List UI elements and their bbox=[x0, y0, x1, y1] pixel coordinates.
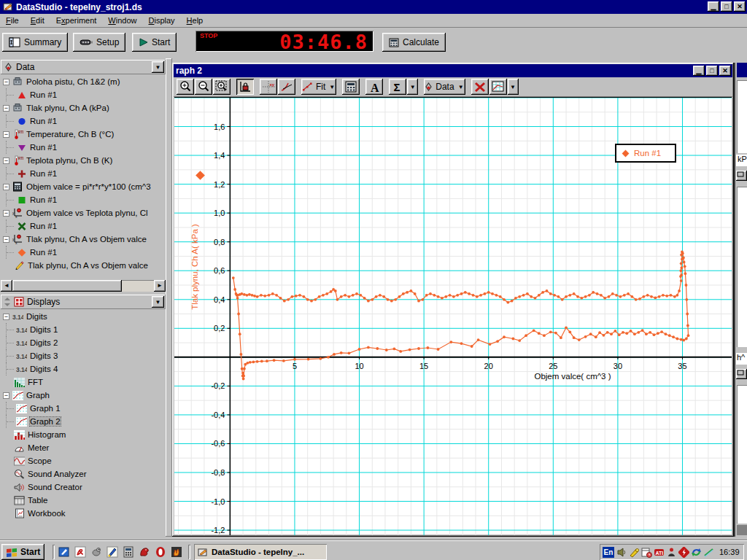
lock-axes-button[interactable] bbox=[236, 79, 254, 95]
graph-minimize-button[interactable]: ▁ bbox=[693, 66, 705, 76]
maximize-button[interactable]: □ bbox=[721, 1, 732, 12]
tree-item-label[interactable]: Sound Creator bbox=[28, 483, 82, 491]
acrobat-icon[interactable] bbox=[74, 546, 86, 558]
run-label[interactable]: Run #1 bbox=[30, 169, 57, 178]
run-row[interactable]: Run #1 bbox=[1, 141, 166, 154]
scroll-left-arrow-icon[interactable]: ◄ bbox=[1, 280, 12, 292]
data-tree-item[interactable]: Tlak plynu, Ch A vs Objem valce bbox=[1, 259, 166, 272]
graph-window-titlebar[interactable]: raph 2 ▁ □ ✕ bbox=[174, 64, 732, 77]
run-row[interactable]: Run #1 bbox=[1, 219, 166, 233]
tree-item-label[interactable]: Tlak plynu, Ch A (kPa) bbox=[26, 104, 109, 112]
slope-tool-button[interactable] bbox=[278, 79, 295, 95]
displays-tree-item[interactable]: Histogram bbox=[1, 428, 166, 441]
run-label[interactable]: Run #1 bbox=[30, 222, 57, 230]
graph-close-button[interactable]: ✕ bbox=[719, 66, 731, 76]
calculator-icon[interactable] bbox=[123, 546, 134, 558]
sigma-button[interactable]: Σ bbox=[389, 79, 406, 95]
tree-item-label[interactable]: Digits 1 bbox=[30, 325, 58, 334]
bird-icon[interactable] bbox=[90, 546, 102, 558]
menu-display[interactable]: Display bbox=[143, 14, 181, 26]
data-diamond-button[interactable]: Data▼ bbox=[424, 79, 465, 95]
keyboard-layout-indicator[interactable]: En bbox=[603, 547, 614, 558]
run-row[interactable]: Run #1 bbox=[1, 114, 166, 128]
displays-panel-dropdown[interactable]: ▼ bbox=[152, 296, 164, 308]
displays-tree-item[interactable]: Sound Creator bbox=[1, 481, 166, 494]
tree-item-label[interactable]: Digits 2 bbox=[30, 338, 58, 347]
expand-box[interactable]: − bbox=[3, 392, 9, 399]
data-tree-item[interactable]: −xyObjem valce vs Teplota plynu, Cl bbox=[1, 206, 166, 219]
tree-item-label[interactable]: Graph bbox=[26, 391, 50, 400]
run-label[interactable]: Run #1 bbox=[30, 117, 57, 125]
run-label[interactable]: Run #1 bbox=[30, 143, 57, 152]
expand-box[interactable]: − bbox=[3, 184, 9, 190]
clock[interactable]: 16:39 bbox=[719, 548, 740, 556]
dragon-icon[interactable] bbox=[139, 546, 150, 558]
run-row[interactable]: Run #1 bbox=[1, 88, 166, 101]
red-agent-icon[interactable] bbox=[666, 547, 677, 558]
delete-x-button[interactable] bbox=[471, 79, 489, 95]
displays-tree-child-item[interactable]: Graph 2 bbox=[1, 415, 166, 428]
tree-item-label[interactable]: Temperature, Ch B (°C) bbox=[26, 130, 114, 139]
tree-item-label[interactable]: Poloha pistu, Ch 1&2 (m) bbox=[26, 77, 120, 86]
displays-tree-item[interactable]: −Graph bbox=[1, 389, 166, 402]
expand-box[interactable]: − bbox=[3, 105, 9, 112]
menu-experiment[interactable]: Experiment bbox=[50, 14, 103, 26]
tree-item-label[interactable]: Sound Analyzer bbox=[28, 470, 87, 478]
graph-maximize-button[interactable]: □ bbox=[706, 66, 718, 76]
tree-item-label[interactable]: Histogram bbox=[28, 430, 66, 439]
expand-box[interactable]: − bbox=[3, 210, 9, 217]
tree-item-label[interactable]: Objem valce vs Teplota plynu, Cl bbox=[26, 209, 148, 217]
start-menu-button[interactable]: Start bbox=[1, 544, 44, 560]
opera-icon[interactable] bbox=[155, 546, 166, 558]
calc-button[interactable] bbox=[342, 79, 360, 95]
expand-box[interactable]: − bbox=[3, 236, 9, 243]
text-a-button[interactable]: A bbox=[365, 79, 383, 95]
tree-item-label[interactable]: FFT bbox=[28, 378, 43, 386]
expand-box[interactable]: − bbox=[3, 158, 9, 164]
summary-button[interactable]: Summary bbox=[2, 33, 68, 52]
tree-item-label[interactable]: Tlak plynu, Ch A vs Objem valce bbox=[28, 261, 148, 270]
zoom-in-button[interactable] bbox=[177, 79, 194, 95]
tree-item-label[interactable]: Tlak plynu, Ch A vs Objem valce bbox=[26, 235, 147, 244]
task-button-datastudio[interactable]: DataStudio - tepelny_... bbox=[194, 544, 327, 560]
scrollbar-thumb[interactable] bbox=[12, 280, 122, 292]
panel-divider[interactable] bbox=[166, 58, 172, 537]
displays-tree-child-item[interactable]: 3.14Digits 2 bbox=[1, 336, 166, 349]
tree-item-label[interactable]: Graph 2 bbox=[30, 417, 61, 426]
expand-box[interactable]: − bbox=[3, 131, 9, 138]
zoom-select-button[interactable] bbox=[213, 79, 231, 95]
data-tree-item[interactable]: −Poloha pistu, Ch 1&2 (m) bbox=[1, 75, 166, 88]
data-panel-scrollbar[interactable]: ◄ ► bbox=[1, 280, 166, 292]
displays-tree-item[interactable]: Sound Analyzer bbox=[1, 467, 166, 481]
tree-item-label[interactable]: Workbook bbox=[28, 509, 66, 518]
tree-item-label[interactable]: Objem valce = pi*r*r*y*100 (cm^3 bbox=[26, 182, 151, 191]
sync-arrows-icon[interactable] bbox=[691, 547, 702, 558]
run-row[interactable]: Run #1 bbox=[1, 193, 166, 206]
fit-line-button[interactable]: Fit▼ bbox=[301, 79, 336, 95]
lightning-icon[interactable] bbox=[678, 547, 689, 558]
displays-tree-child-item[interactable]: Graph 1 bbox=[1, 402, 166, 415]
data-tree-item[interactable]: −xyTlak plynu, Ch A vs Objem valce bbox=[1, 233, 166, 246]
displays-panel-header[interactable]: Displays ▼ bbox=[1, 295, 166, 309]
displays-tree-item[interactable]: Table bbox=[1, 494, 166, 507]
displays-tree-child-item[interactable]: 3.14Digits 4 bbox=[1, 362, 166, 376]
tree-item-label[interactable]: Digits bbox=[26, 312, 47, 321]
tree-item-label[interactable]: Table bbox=[28, 496, 48, 505]
menu-window[interactable]: Window bbox=[102, 14, 142, 26]
yellow-utility-icon[interactable] bbox=[629, 547, 640, 558]
scroll-right-arrow-icon[interactable]: ► bbox=[154, 280, 166, 292]
displays-tree-item[interactable]: Scope bbox=[1, 454, 166, 467]
minimize-button[interactable]: ▁ bbox=[708, 1, 719, 12]
grid-settings-button[interactable] bbox=[489, 79, 507, 95]
expand-box[interactable]: − bbox=[3, 79, 9, 85]
pen-cable-icon[interactable] bbox=[703, 547, 714, 558]
data-tree-item[interactable]: −Objem valce = pi*r*r*y*100 (cm^3 bbox=[1, 180, 166, 193]
displays-tree-item[interactable]: Meter bbox=[1, 441, 166, 454]
zoom-out-button[interactable] bbox=[195, 79, 212, 95]
menu-edit[interactable]: Edit bbox=[25, 14, 50, 26]
displays-tree-item[interactable]: Workbook bbox=[1, 507, 166, 520]
sigma-dropdown[interactable]: ▼ bbox=[407, 79, 418, 95]
calculate-button[interactable]: Calculate bbox=[382, 33, 446, 52]
tree-item-label[interactable]: Scope bbox=[28, 456, 52, 465]
start-button[interactable]: Start bbox=[132, 33, 177, 52]
